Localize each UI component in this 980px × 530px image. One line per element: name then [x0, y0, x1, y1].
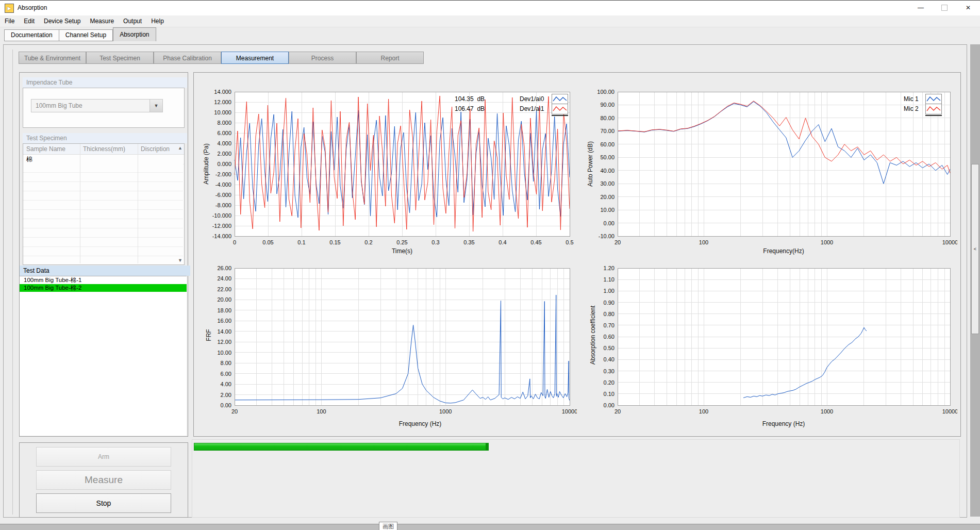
- main-tab-bar: Documentation Channel Setup Absorption: [4, 27, 156, 41]
- impedance-tube-selected-value: 100mm Big Tube: [31, 102, 150, 109]
- list-item-selected[interactable]: 100mm Big Tube-棉-2: [20, 284, 187, 292]
- svg-text:0.40: 0.40: [604, 356, 614, 362]
- x-axis-label-frequency-1: Frequency(Hz): [763, 247, 804, 255]
- svg-text:0.00: 0.00: [604, 402, 614, 408]
- legend-line-icon[interactable]: [925, 104, 942, 116]
- menu-measure[interactable]: Measure: [85, 15, 119, 27]
- chevron-down-icon[interactable]: ▼: [150, 100, 162, 112]
- x-axis-label-frequency-3: Frequency (Hz): [762, 420, 805, 427]
- test-data-header: Test Data: [20, 266, 190, 276]
- tab-channel-setup[interactable]: Channel Setup: [59, 29, 113, 41]
- menu-output[interactable]: Output: [119, 15, 146, 27]
- svg-text:4.00: 4.00: [221, 381, 231, 387]
- svg-text:0.20: 0.20: [604, 379, 614, 386]
- arm-button[interactable]: Arm: [36, 447, 171, 467]
- impedance-tube-select[interactable]: 100mm Big Tube ▼: [31, 99, 163, 112]
- svg-text:0.70: 0.70: [604, 322, 614, 328]
- impedance-tube-header: Impendace Tube: [23, 77, 187, 88]
- menu-file[interactable]: File: [0, 15, 19, 27]
- test-data-list[interactable]: 100mm Big Tube-棉-1 100mm Big Tube-棉-2: [20, 276, 187, 436]
- svg-text:6.00: 6.00: [221, 371, 231, 377]
- svg-text:-6.000: -6.000: [215, 192, 231, 198]
- bottom-strip: [0, 524, 980, 530]
- y-axis-label-amplitude: Amplitude (Pa): [203, 143, 210, 184]
- title-bar: [0, 0, 980, 16]
- absorption-graph: 1.201.101.000.900.800.700.600.500.400.30…: [582, 263, 957, 423]
- legend-dev1-ai0[interactable]: Dev1/ai0: [520, 95, 544, 103]
- list-item[interactable]: 100mm Big Tube-棉-1: [20, 276, 187, 284]
- svg-text:60.00: 60.00: [600, 141, 614, 147]
- svg-text:80.00: 80.00: [600, 115, 614, 121]
- frf-graph: 26.0024.0022.0020.0018.0016.0014.0012.00…: [198, 263, 577, 423]
- cell-discription: [138, 155, 183, 164]
- menu-device-setup[interactable]: Device Setup: [39, 15, 85, 27]
- svg-text:-4.000: -4.000: [215, 181, 231, 188]
- measure-button[interactable]: Measure: [36, 470, 171, 490]
- page-left-edge: [12, 49, 13, 515]
- close-button[interactable]: ✕: [956, 0, 980, 15]
- svg-text:0.35: 0.35: [463, 239, 474, 245]
- subtab-test-specimen[interactable]: Test Specimen: [86, 52, 154, 64]
- paint-window-tab[interactable]: 画图: [379, 522, 397, 530]
- app-icon: ▶: [5, 4, 14, 13]
- subtab-phase-calibration[interactable]: Phase Calibration: [154, 52, 221, 64]
- svg-text:0.4: 0.4: [499, 239, 506, 245]
- svg-text:0.60: 0.60: [604, 334, 614, 340]
- subtab-process[interactable]: Process: [289, 52, 356, 64]
- minimize-button[interactable]: —: [909, 0, 933, 15]
- svg-text:1.20: 1.20: [604, 265, 614, 271]
- legend-dev1-ai1[interactable]: Dev1/ai1: [520, 105, 544, 112]
- svg-text:20: 20: [614, 239, 621, 245]
- menu-edit[interactable]: Edit: [19, 15, 39, 27]
- svg-text:90.00: 90.00: [600, 102, 614, 108]
- splitter-collapse-handle[interactable]: <: [971, 164, 979, 334]
- subtab-measurement[interactable]: Measurement: [221, 52, 289, 64]
- svg-text:-8.000: -8.000: [215, 202, 231, 208]
- svg-text:6.000: 6.000: [217, 130, 231, 136]
- svg-text:0.80: 0.80: [604, 311, 614, 317]
- test-specimen-header: Test Specimen: [23, 133, 187, 143]
- svg-text:8.00: 8.00: [221, 360, 231, 366]
- svg-text:10.000: 10.000: [214, 109, 231, 115]
- svg-text:26.00: 26.00: [217, 265, 231, 271]
- progress-bar: [194, 443, 489, 451]
- y-axis-label-auto-power: Auto Power (dB): [587, 141, 594, 187]
- svg-text:8.000: 8.000: [217, 120, 231, 126]
- empty-rows: [23, 163, 183, 263]
- column-separator: [80, 144, 80, 263]
- scroll-down-icon[interactable]: ▼: [178, 258, 182, 263]
- stop-button[interactable]: Stop: [36, 493, 171, 513]
- legend-line-icon[interactable]: [552, 104, 568, 116]
- y-axis-label-absorption: Absorption coefficient: [589, 306, 596, 365]
- svg-text:16.00: 16.00: [217, 318, 231, 324]
- subtab-tube-environment[interactable]: Tube & Environment: [19, 52, 86, 64]
- svg-text:0.45: 0.45: [530, 239, 541, 245]
- window-title: Absorption: [18, 4, 47, 11]
- svg-text:-14.000: -14.000: [212, 233, 231, 239]
- svg-text:-2.000: -2.000: [215, 171, 231, 177]
- svg-text:20.00: 20.00: [217, 296, 231, 303]
- lower-panel: [192, 439, 960, 518]
- svg-text:20: 20: [231, 408, 238, 415]
- tab-documentation[interactable]: Documentation: [4, 29, 59, 41]
- test-specimen-table[interactable]: Sample Name Thickness(mm) Discription 棉 …: [23, 143, 185, 265]
- svg-text:40.00: 40.00: [600, 168, 614, 174]
- svg-text:0.2: 0.2: [364, 239, 372, 245]
- menu-help[interactable]: Help: [146, 15, 169, 27]
- scroll-up-icon[interactable]: ▲: [178, 145, 182, 151]
- legend-mic2[interactable]: Mic 2: [904, 105, 919, 112]
- svg-text:0.25: 0.25: [396, 239, 407, 245]
- maximize-button[interactable]: [933, 0, 956, 15]
- svg-text:0.5: 0.5: [566, 239, 573, 245]
- tab-absorption[interactable]: Absorption: [113, 27, 156, 41]
- x-axis-label-time: Time(s): [392, 247, 412, 255]
- svg-text:14.000: 14.000: [214, 89, 231, 95]
- svg-text:1.00: 1.00: [604, 288, 614, 294]
- svg-text:50.00: 50.00: [600, 154, 614, 160]
- svg-text:0.30: 0.30: [604, 368, 614, 374]
- legend-mic1[interactable]: Mic 1: [904, 95, 919, 103]
- svg-text:18.00: 18.00: [217, 307, 231, 313]
- x-axis-label-frequency-2: Frequency (Hz): [399, 420, 442, 427]
- svg-text:100: 100: [699, 408, 708, 415]
- subtab-report[interactable]: Report: [356, 52, 424, 64]
